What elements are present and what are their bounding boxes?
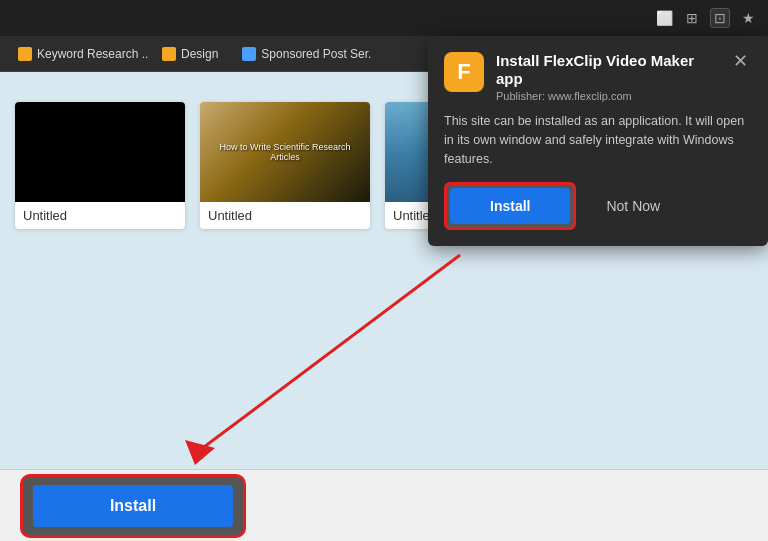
bookmark-label-sponsored: Sponsored Post Ser... [261, 47, 372, 61]
popup-title-block: Install FlexClip Video Maker app Publish… [496, 52, 717, 102]
popup-install-highlight: Install [444, 182, 576, 230]
popup-header: F Install FlexClip Video Maker app Publi… [428, 36, 768, 112]
profile-icon[interactable]: ★ [738, 8, 758, 28]
bookmark-label-keyword: Keyword Research ... [37, 47, 148, 61]
bookmark-icon-design [162, 47, 176, 61]
bookmark-keyword-research[interactable]: Keyword Research ... [8, 43, 148, 65]
tablet-icon[interactable]: ⬜ [654, 8, 674, 28]
popup-description: This site can be installed as an applica… [428, 112, 768, 182]
popup-actions: Install Not Now [428, 182, 768, 246]
install-app-icon[interactable]: ⊡ [710, 8, 730, 28]
install-button-bottom[interactable]: Install [33, 485, 233, 527]
bookmark-icon-sponsored [242, 47, 256, 61]
bottom-bar: Install [0, 469, 768, 541]
browser-topbar: ⬜ ⊞ ⊡ ★ [0, 0, 768, 36]
video-card-2[interactable]: How to Write Scientific Research Article… [200, 102, 370, 229]
bookmark-icon-keyword [18, 47, 32, 61]
bookmark-design[interactable]: Design [152, 43, 228, 65]
popup-install-button[interactable]: Install [450, 188, 570, 224]
video-thumbnail-1 [15, 102, 185, 202]
bookmark-sponsored[interactable]: Sponsored Post Ser... [232, 43, 372, 65]
install-popup: F Install FlexClip Video Maker app Publi… [428, 36, 768, 246]
flexclip-app-icon: F [444, 52, 484, 92]
video-card-label-1: Untitled [15, 202, 185, 229]
popup-close-button[interactable]: ✕ [729, 52, 752, 70]
install-bottom-highlight: Install [20, 474, 246, 538]
video-thumbnail-2: How to Write Scientific Research Article… [200, 102, 370, 202]
popup-publisher: Publisher: www.flexclip.com [496, 90, 717, 102]
video-card-1[interactable]: Untitled [15, 102, 185, 229]
install-bottom-container: Install [20, 474, 246, 538]
extensions-icon[interactable]: ⊞ [682, 8, 702, 28]
popup-install-container: Install [444, 182, 576, 230]
popup-title: Install FlexClip Video Maker app [496, 52, 717, 88]
popup-not-now-button[interactable]: Not Now [586, 188, 680, 224]
bookmark-label-design: Design [181, 47, 218, 61]
video-card-label-2: Untitled [200, 202, 370, 229]
video-thumb-2-text: How to Write Scientific Research Article… [200, 134, 370, 170]
